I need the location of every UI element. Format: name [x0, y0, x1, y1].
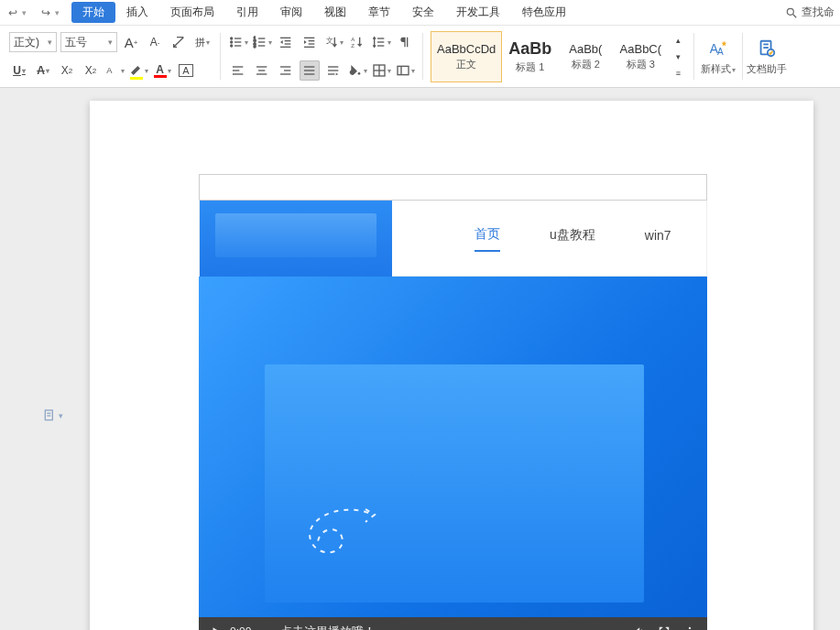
undo-dropdown[interactable]: ▾	[22, 8, 31, 17]
redo-dropdown[interactable]: ▾	[55, 8, 64, 17]
shading-button[interactable]: ▾	[347, 60, 367, 81]
embedded-brand-row: 首页u盘教程win7	[199, 201, 707, 277]
svg-point-3	[230, 38, 232, 39]
font-name-select[interactable]: 正文)▾	[9, 32, 57, 52]
svg-line-1	[793, 14, 797, 17]
menu-tab-1[interactable]: 插入	[115, 2, 159, 23]
superscript-button[interactable]: X2	[57, 60, 77, 81]
numbering-button[interactable]: 123▾	[252, 32, 272, 52]
svg-point-0	[787, 8, 793, 15]
paragraph-group: ▾ 123▾ 文▾ AZ ▾ ▾ ▾ ▾	[223, 29, 420, 83]
brand-block	[200, 201, 392, 277]
search-icon	[785, 6, 798, 19]
more-icon[interactable]	[683, 625, 696, 630]
style-sample: AaBb	[508, 39, 551, 59]
show-marks-button[interactable]	[395, 32, 415, 52]
menu-tab-3[interactable]: 引用	[225, 2, 269, 23]
pinyin-guide-button[interactable]: 拼▾	[192, 32, 213, 52]
font-color-swatch	[154, 75, 167, 78]
menu-tab-2[interactable]: 页面布局	[159, 2, 225, 23]
style-item-3[interactable]: AaBbC(标题 3	[613, 31, 668, 82]
font-size-select[interactable]: 五号▾	[60, 32, 117, 52]
styles-expand[interactable]: ≡	[671, 66, 684, 81]
tabs-button[interactable]: ▾	[395, 60, 415, 81]
styles-scroll-up[interactable]: ▴	[671, 33, 684, 48]
highlight-swatch	[130, 77, 143, 80]
svg-text:A: A	[717, 47, 724, 57]
page: 首页u盘教程win7 0:00 点击这里播放哦！	[90, 101, 813, 630]
svg-text:Z: Z	[351, 43, 355, 49]
font-name-value: 正文)	[14, 35, 39, 50]
menu-tab-7[interactable]: 安全	[401, 2, 445, 23]
styles-scroll-down[interactable]: ▾	[671, 49, 684, 64]
text-direction-button[interactable]: 文▾	[323, 32, 344, 52]
new-style-icon: AA	[708, 38, 728, 59]
underline-button[interactable]: U▾	[9, 60, 29, 81]
svg-text:A: A	[351, 37, 355, 42]
undo-button[interactable]: ↩	[5, 5, 20, 20]
ribbon: 正文)▾ 五号▾ A+ A- 拼▾ U▾ A▾ X2 X2 A▾ ▾	[0, 26, 840, 88]
video-control-bar: 0:00 点击这里播放哦！	[199, 617, 707, 630]
style-sample: AaBb(	[569, 42, 602, 56]
play-icon[interactable]	[210, 625, 223, 630]
font-group: 正文)▾ 五号▾ A+ A- 拼▾ U▾ A▾ X2 X2 A▾ ▾	[4, 29, 218, 83]
menu-tab-6[interactable]: 章节	[357, 2, 401, 23]
change-case-button[interactable]: A▾	[104, 60, 125, 81]
line-spacing-button[interactable]: ▾	[371, 32, 391, 52]
font-color-button[interactable]: A ▾	[152, 60, 172, 81]
bullets-button[interactable]: ▾	[228, 32, 248, 52]
new-style-label: 新样式	[701, 63, 731, 74]
doc-assistant-icon	[757, 38, 777, 59]
fullscreen-icon[interactable]	[658, 625, 671, 630]
video-tip: 点击这里播放哦！	[280, 624, 376, 630]
menu-tab-9[interactable]: 特色应用	[511, 2, 577, 23]
nav-tab-0[interactable]: 首页	[475, 226, 500, 252]
style-label: 标题 1	[516, 60, 544, 74]
style-item-2[interactable]: AaBb(标题 2	[558, 31, 613, 82]
volume-icon[interactable]	[632, 625, 645, 630]
new-style-button[interactable]: AA 新样式▾	[696, 29, 740, 84]
style-item-1[interactable]: AaBb标题 1	[502, 31, 558, 82]
menu-tab-4[interactable]: 审阅	[269, 2, 313, 23]
nav-tab-2[interactable]: win7	[645, 228, 671, 250]
menu-bar: ↩ ▾ ↪ ▾ 开始插入页面布局引用审阅视图章节安全开发工具特色应用 查找命	[0, 0, 840, 26]
style-label: 标题 2	[572, 58, 600, 71]
nav-tabs: 首页u盘教程win7	[475, 226, 671, 252]
clear-format-button[interactable]	[169, 32, 189, 52]
strikethrough-button[interactable]: A▾	[33, 60, 53, 81]
shrink-font-button[interactable]: A-	[145, 32, 165, 52]
distribute-button[interactable]	[323, 60, 344, 81]
style-label: 正文	[456, 58, 476, 71]
document-canvas[interactable]: ▾ 首页u盘教程win7 0:00 点击这里播放哦！	[0, 88, 840, 630]
highlight-button[interactable]: ▾	[128, 60, 148, 81]
video-time: 0:00	[230, 625, 251, 630]
menu-tab-0[interactable]: 开始	[71, 2, 115, 23]
menu-tab-8[interactable]: 开发工具	[445, 2, 511, 23]
sort-button[interactable]: AZ	[347, 32, 367, 52]
align-left-button[interactable]	[228, 60, 248, 81]
redo-button[interactable]: ↪	[38, 5, 53, 20]
svg-point-5	[230, 41, 232, 43]
align-right-button[interactable]	[276, 60, 296, 81]
svg-rect-58	[45, 410, 52, 420]
char-border-button[interactable]: A	[176, 60, 196, 81]
search-box[interactable]: 查找命	[785, 5, 835, 20]
styles-group: AaBbCcDd正文AaBb标题 1AaBb(标题 2AaBbC(标题 3 ▴ …	[425, 29, 692, 83]
embedded-header-bar	[199, 174, 707, 201]
increase-indent-button[interactable]	[300, 32, 320, 52]
menu-tab-5[interactable]: 视图	[313, 2, 357, 23]
borders-button[interactable]: ▾	[371, 60, 391, 81]
svg-point-62	[689, 627, 691, 629]
subscript-button[interactable]: X2	[81, 60, 101, 81]
page-options-button[interactable]: ▾	[42, 408, 63, 423]
nav-tab-1[interactable]: u盘教程	[550, 227, 595, 251]
align-justify-button[interactable]	[300, 60, 320, 81]
svg-text:3: 3	[253, 44, 256, 49]
style-item-0[interactable]: AaBbCcDd正文	[431, 31, 502, 82]
decrease-indent-button[interactable]	[276, 32, 296, 52]
align-center-button[interactable]	[252, 60, 272, 81]
font-size-value: 五号	[65, 35, 87, 50]
doc-assistant-button[interactable]: 文档助手	[745, 29, 789, 84]
grow-font-button[interactable]: A+	[121, 32, 141, 52]
svg-point-7	[230, 45, 232, 47]
